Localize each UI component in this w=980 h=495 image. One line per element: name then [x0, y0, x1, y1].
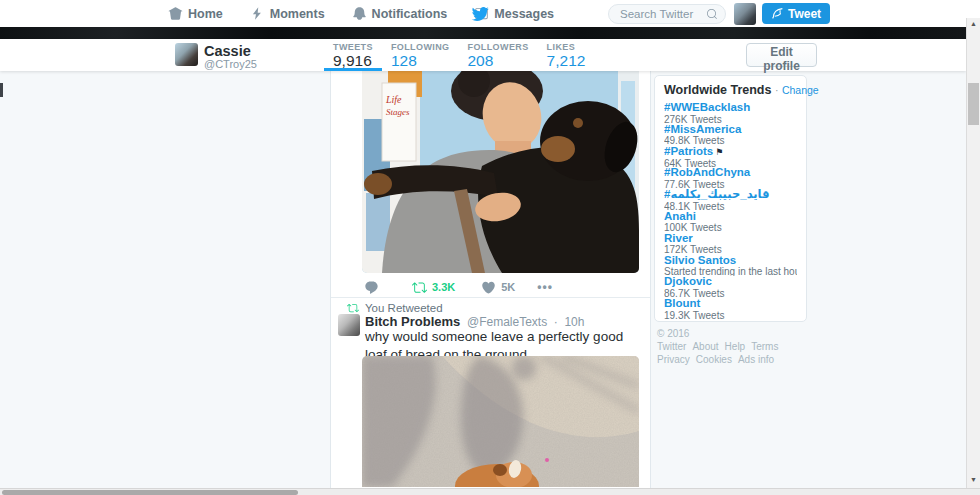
trend-item: #RobAndChyna 77.6K Tweets	[664, 167, 797, 189]
stat-tweets-value: 9,916	[333, 52, 373, 70]
compose-feather-icon	[771, 7, 784, 20]
trend-meta: 100K Tweets	[664, 223, 797, 232]
twitter-bird-icon	[471, 5, 489, 23]
trend-link[interactable]: Silvio Santos	[664, 255, 797, 267]
trend-meta: Started trending in the last hour	[664, 267, 797, 276]
tweet-author-avatar[interactable]	[338, 314, 360, 336]
trends-change-link[interactable]: Change	[782, 84, 819, 96]
profile-handle: @CTroy25	[204, 58, 257, 70]
profile-avatar[interactable]	[175, 43, 198, 66]
trend-item: #قايد_حبيبك_يكلمه 48.1K Tweets	[664, 189, 797, 211]
compose-tweet-button[interactable]: Tweet	[762, 3, 830, 24]
nav-moments[interactable]: Moments	[250, 6, 325, 21]
tweet-timestamp[interactable]: 10h	[564, 315, 584, 329]
like-button[interactable]: 5K	[481, 280, 515, 295]
trends-title-separator: ·	[775, 84, 779, 96]
tweet-divider	[331, 297, 650, 298]
trend-item: Silvio Santos Started trending in the la…	[664, 255, 797, 277]
edit-profile-button[interactable]: Edit profile	[746, 43, 817, 67]
top-navigation-bar: Home Moments Notifications Messages	[0, 0, 980, 27]
retweet-context-label: You Retweeted	[365, 302, 443, 314]
profile-header-banner[interactable]	[0, 27, 966, 39]
twitter-logo[interactable]	[471, 5, 489, 23]
patriots-hashflag-icon: ⚑	[715, 147, 723, 157]
trend-meta: 49.8K Tweets	[664, 136, 797, 145]
scroll-down-arrow[interactable]: ▼	[967, 474, 980, 486]
retweeted-icon	[347, 302, 359, 314]
bell-icon	[352, 6, 367, 21]
vertical-scrollbar-thumb[interactable]	[968, 83, 979, 125]
more-button[interactable]: •••	[537, 283, 553, 291]
vertical-scrollbar[interactable]: ▲ ▼	[966, 18, 980, 488]
trend-list: #WWEBacklash 276K Tweets #MissAmerica 49…	[664, 102, 797, 320]
tweet-photo-dog[interactable]: Life Stages	[362, 71, 639, 273]
svg-text:Life: Life	[385, 94, 402, 105]
trends-card: Worldwide Trends · Change #WWEBacklash 2…	[654, 75, 807, 322]
nav-messages-label: Messages	[494, 7, 554, 21]
stat-followers[interactable]: FOLLOWERS 208	[459, 39, 538, 71]
profile-name[interactable]: Cassie	[204, 43, 251, 59]
stat-followers-value: 208	[468, 52, 529, 70]
search-input[interactable]	[618, 6, 706, 22]
footer-link-privacy[interactable]: Privacy	[657, 354, 690, 365]
nav-items: Home Moments Notifications Messages	[168, 0, 554, 27]
stat-following-label: FOLLOWING	[391, 42, 450, 52]
dog-photo-illustration: Life Stages	[362, 71, 639, 273]
nav-home[interactable]: Home	[168, 6, 223, 21]
trend-meta: 77.6K Tweets	[664, 180, 797, 189]
stat-likes[interactable]: LIKES 7,212	[538, 39, 595, 71]
trend-item: #WWEBacklash 276K Tweets	[664, 102, 797, 124]
footer-link-cookies[interactable]: Cookies	[696, 354, 732, 365]
trend-meta: 19.3K Tweets	[664, 311, 797, 320]
footer-link-help[interactable]: Help	[725, 341, 746, 352]
twitter-profile-page: Home Moments Notifications Messages	[0, 0, 980, 495]
trend-link[interactable]: Djokovic	[664, 276, 797, 288]
trend-link[interactable]: River	[664, 233, 797, 245]
left-edge-tab	[0, 83, 3, 97]
stat-likes-label: LIKES	[547, 42, 586, 52]
trend-link[interactable]: Blount	[664, 298, 797, 310]
retweet-count: 3.3K	[432, 281, 455, 293]
retweet-context: You Retweeted	[347, 302, 443, 314]
scroll-up-arrow[interactable]: ▲	[967, 18, 980, 30]
stat-following-value: 128	[391, 52, 450, 70]
nav-notifications[interactable]: Notifications	[352, 6, 448, 21]
heart-icon	[481, 280, 496, 295]
retweet-button[interactable]: 3.3K	[412, 280, 455, 295]
trends-title: Worldwide Trends	[664, 83, 771, 97]
trend-link[interactable]: Anahi	[664, 211, 797, 223]
trend-meta: 86.7K Tweets	[664, 289, 797, 298]
trend-link[interactable]: #قايد_حبيبك_يكلمه	[664, 189, 797, 201]
nav-home-label: Home	[188, 7, 223, 21]
trends-title-row: Worldwide Trends · Change	[664, 83, 797, 97]
tweet-photo-bread-dog[interactable]	[362, 356, 639, 487]
trend-text: #Patriots	[664, 146, 713, 157]
pavement-photo-illustration	[362, 356, 639, 487]
stat-following[interactable]: FOLLOWING 128	[382, 39, 459, 71]
trend-link[interactable]: #MissAmerica	[664, 124, 797, 136]
reply-button[interactable]	[364, 280, 379, 295]
trend-link[interactable]: #Patriots⚑	[664, 146, 797, 159]
home-icon	[168, 6, 183, 21]
tweet-separator: ·	[554, 315, 558, 329]
trend-item: Anahi 100K Tweets	[664, 211, 797, 233]
lightning-icon	[250, 6, 265, 21]
tweet-button-label: Tweet	[788, 7, 821, 21]
search-icon[interactable]	[706, 8, 718, 20]
horizontal-scrollbar-thumb[interactable]	[2, 490, 298, 495]
footer-link-about[interactable]: About	[692, 341, 718, 352]
trend-meta: 64K Tweets	[664, 159, 797, 167]
like-count: 5K	[501, 281, 515, 293]
tweet-author-handle[interactable]: @FemaleTexts	[467, 315, 547, 329]
stat-tweets[interactable]: TWEETS 9,916	[324, 39, 382, 71]
footer-link-adsinfo[interactable]: Ads info	[738, 354, 774, 365]
footer-link-terms[interactable]: Terms	[751, 341, 778, 352]
horizontal-scrollbar[interactable]	[0, 488, 980, 495]
profile-menu-avatar[interactable]	[734, 3, 756, 25]
trend-link[interactable]: #RobAndChyna	[664, 167, 797, 179]
stat-likes-value: 7,212	[547, 52, 586, 70]
svg-text:Stages: Stages	[386, 107, 410, 117]
tweet-header: Bitch Problems @FemaleTexts · 10h	[365, 314, 584, 329]
tweet-author-name[interactable]: Bitch Problems	[365, 314, 460, 329]
trend-link[interactable]: #WWEBacklash	[664, 102, 797, 114]
